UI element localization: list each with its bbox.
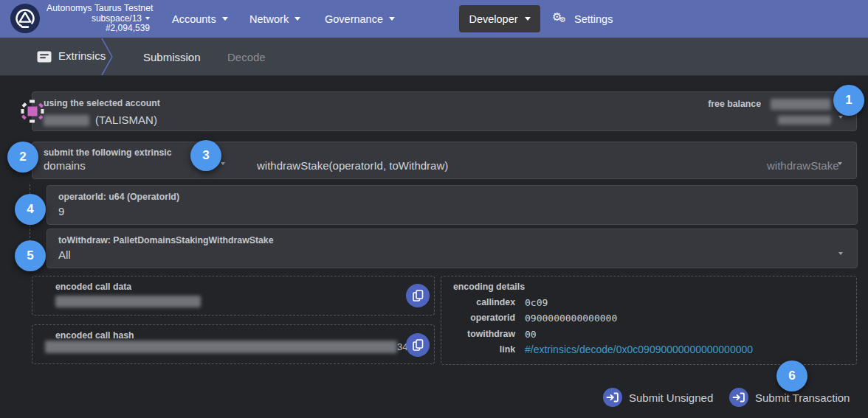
extrinsic-label: submit the following extrinsic <box>44 147 172 158</box>
account-suffix: (TALISMAN) <box>95 114 157 126</box>
copy-call-hash-button[interactable] <box>406 333 430 357</box>
sign-in-icon <box>603 388 622 407</box>
annotation-2: 2 <box>7 142 38 173</box>
towithdraw-key: towithdraw <box>441 329 515 339</box>
encoding-details-box: encoding details callindex 0c09 operator… <box>441 276 857 365</box>
copy-icon <box>413 290 424 302</box>
encoding-details-title: encoding details <box>453 282 525 292</box>
encoded-call-hash-box: encoded call hash 34 <box>32 324 435 364</box>
chevron-down-icon <box>222 17 228 21</box>
encoded-call-data-box: encoded call data <box>32 276 435 316</box>
decode-link[interactable]: #/extrinsics/decode/0x0c0909000000000000… <box>525 344 753 355</box>
annotation-1: 1 <box>833 85 864 116</box>
extrinsic-selector-row: submit the following extrinsic domains w… <box>32 142 857 179</box>
top-nav-bar: Autonomys Taurus Testnet subspace/13 #2,… <box>0 0 868 38</box>
to-withdraw-select[interactable]: All <box>58 248 71 261</box>
extrinsics-icon <box>37 49 52 64</box>
free-balance-label: free balance <box>674 99 761 109</box>
redacted-call-data <box>55 296 201 307</box>
towithdraw-value: 00 <box>525 329 537 340</box>
account-label: using the selected account <box>44 98 160 108</box>
operatorid-value: 0900000000000000 <box>525 313 617 324</box>
method-select-chevron-icon[interactable] <box>838 162 842 165</box>
encoded-call-hash-label: encoded call hash <box>55 330 134 341</box>
chain-spec: subspace/13 <box>92 14 142 24</box>
operatorid-key: operatorid <box>441 313 515 323</box>
tab-decode[interactable]: Decode <box>227 38 266 76</box>
annotation-6: 6 <box>776 360 807 391</box>
submit-transaction-label: Submit Transaction <box>755 391 850 404</box>
param-operator-id-label: operatorId: u64 (OperatorId) <box>58 192 179 202</box>
section-title: Extrinsics <box>58 49 106 62</box>
pallet-select-chevron-icon[interactable] <box>221 162 225 165</box>
callindex-value: 0c09 <box>525 297 548 308</box>
chevron-down-icon <box>145 17 150 20</box>
copy-icon <box>413 339 424 351</box>
chain-brand[interactable]: Autonomys Taurus Testnet subspace/13 #2,… <box>46 4 150 34</box>
tab-submission[interactable]: Submission <box>143 38 201 76</box>
chevron-down-icon <box>389 17 395 21</box>
submit-unsigned-button[interactable]: Submit Unsigned <box>603 387 713 408</box>
account-selector-row[interactable]: using the selected account (TALISMAN) fr… <box>32 91 857 131</box>
gear-icon: ⚙⚙ <box>552 11 568 27</box>
tab-bar: Extrinsics Submission Decode <box>0 38 868 76</box>
callindex-key: callindex <box>441 297 515 307</box>
chevron-down-icon <box>525 17 531 21</box>
chain-name: Autonomys Taurus Testnet <box>46 4 150 14</box>
copy-call-data-button[interactable] <box>406 284 430 307</box>
param-to-withdraw-label: toWithdraw: PalletDomainsStakingWithdraw… <box>58 235 274 245</box>
breadcrumb-chevron <box>100 38 115 76</box>
to-withdraw-chevron-icon[interactable] <box>838 252 843 255</box>
annotation-5: 5 <box>15 240 46 271</box>
nav-settings[interactable]: ⚙⚙ Settings <box>552 0 613 38</box>
redacted-call-hash <box>45 341 397 353</box>
redacted-balance-detail <box>778 116 831 125</box>
chevron-down-icon <box>294 17 300 21</box>
nav-governance[interactable]: Governance <box>325 0 395 38</box>
block-number: #2,094,539 <box>46 24 150 34</box>
account-identicon <box>19 98 46 125</box>
annotation-4: 4 <box>15 194 46 225</box>
balance-expander-icon[interactable] <box>838 116 843 119</box>
redacted-account-name <box>44 115 89 126</box>
pallet-select[interactable]: domains <box>44 159 86 172</box>
redacted-balance-value <box>771 99 831 110</box>
param-to-withdraw[interactable]: toWithdraw: PalletDomainsStakingWithdraw… <box>46 229 858 268</box>
nav-network[interactable]: Network <box>249 0 300 38</box>
method-signature[interactable]: withdrawStake(operatorId, toWithdraw) <box>257 159 448 172</box>
extrinsics-page: Autonomys Taurus Testnet subspace/13 #2,… <box>0 0 868 418</box>
nav-developer-active[interactable]: Developer <box>459 5 540 32</box>
link-key: link <box>441 344 515 355</box>
nav-accounts[interactable]: Accounts <box>172 0 228 38</box>
encoded-call-data-label: encoded call data <box>55 282 131 292</box>
method-select[interactable]: withdrawStake <box>767 159 839 172</box>
operator-id-input[interactable]: 9 <box>58 205 64 217</box>
sign-in-icon <box>729 388 748 407</box>
submit-unsigned-label: Submit Unsigned <box>629 391 713 404</box>
autonomys-logo-icon[interactable] <box>10 4 40 33</box>
param-operator-id: operatorId: u64 (OperatorId) 9 <box>46 185 858 225</box>
annotation-3: 3 <box>190 140 221 171</box>
